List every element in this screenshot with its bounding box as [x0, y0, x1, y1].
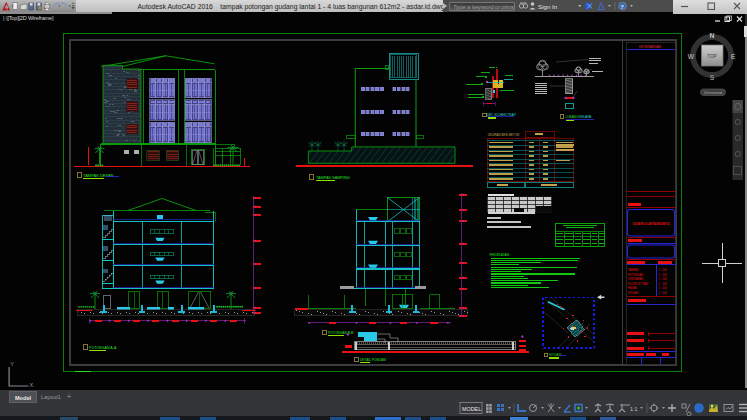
svg-text:UKURAN BESI BETON: UKURAN BESI BETON — [488, 133, 519, 137]
svg-text:1 : 100: 1 : 100 — [659, 291, 668, 295]
svg-text:1 : 100: 1 : 100 — [659, 277, 668, 281]
svg-text:1 : 100: 1 : 100 — [659, 286, 668, 290]
svg-text:GUDANG 4 LANTAI/ASDAR.ID: GUDANG 4 LANTAI/ASDAR.ID — [633, 222, 670, 226]
svg-text:TOP: TOP — [707, 54, 716, 59]
svg-text:1 : 100: 1 : 100 — [659, 282, 668, 286]
svg-text:PENJELASAN :: PENJELASAN : — [490, 253, 511, 257]
svg-text:TAMPAK: TAMPAK — [628, 268, 639, 272]
svg-text:W: W — [688, 53, 695, 60]
svg-text:1 : 100: 1 : 100 — [659, 273, 668, 277]
svg-text:KETERANGAN: KETERANGAN — [639, 45, 662, 49]
svg-text:KELAPA: KELAPA — [579, 115, 592, 119]
svg-text:Unnamed: Unnamed — [704, 90, 723, 95]
svg-text:1 : 100: 1 : 100 — [659, 268, 668, 272]
svg-text:SITUASI: SITUASI — [549, 353, 562, 357]
svg-text:FLOOR W TRAP: FLOOR W TRAP — [628, 282, 649, 286]
svg-text:1:1: 1:1 — [630, 406, 638, 412]
svg-text:N: N — [710, 32, 715, 39]
svg-text:POTONGAN B-B: POTONGAN B-B — [328, 331, 354, 335]
svg-text:PAGAR: PAGAR — [628, 286, 637, 290]
svg-text:MODEL: MODEL — [462, 406, 481, 412]
svg-text:POTONGAN A-A: POTONGAN A-A — [89, 346, 117, 350]
svg-text:S: S — [710, 74, 715, 81]
svg-text:SITUASI: SITUASI — [628, 291, 639, 295]
svg-text:LUBANG: LUBANG — [566, 115, 580, 119]
svg-text:DETAIL PONDASI: DETAIL PONDASI — [360, 358, 386, 362]
svg-text:TAMPAK SAMPING: TAMPAK SAMPING — [316, 176, 350, 180]
svg-text:S.RESAPAN: S.RESAPAN — [628, 277, 643, 281]
svg-text:Y: Y — [10, 361, 14, 367]
svg-text:X: X — [30, 382, 34, 388]
svg-text:POTONGAN: POTONGAN — [628, 273, 643, 277]
svg-text:TAMPAK DEPAN: TAMPAK DEPAN — [83, 173, 114, 178]
svg-text:E: E — [731, 53, 736, 60]
